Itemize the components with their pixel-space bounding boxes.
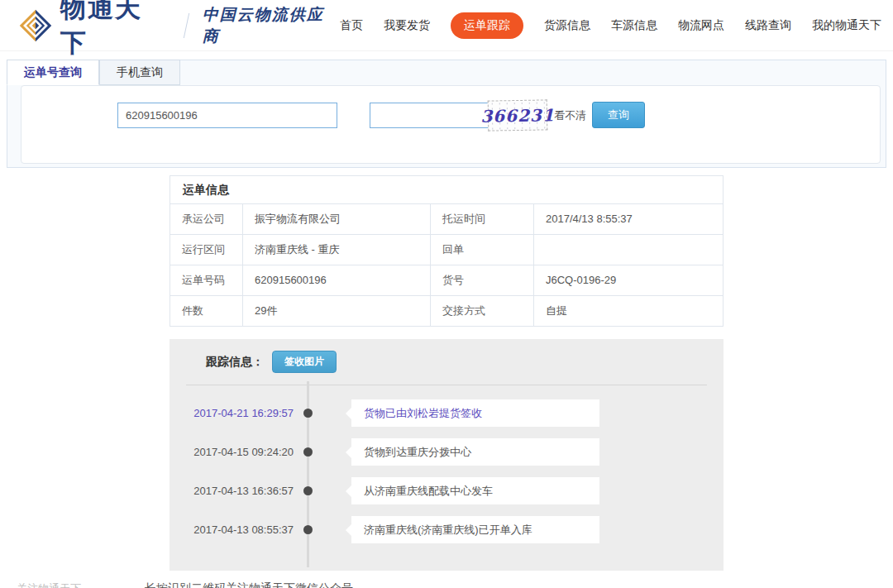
row-label-1: 运单号码 (170, 265, 243, 295)
timeline-event: 2017-04-15 09:24:20 货物到达重庆分拨中心 (170, 433, 723, 471)
row-label-2: 货号 (431, 265, 534, 295)
row-value-2: J6CQ-0196-29 (534, 265, 723, 295)
logo-tagline: 中国云物流供应商 (203, 4, 340, 47)
event-dot-icon (303, 525, 313, 534)
waybill-info-title: 运单信息 (170, 176, 723, 203)
nav-item[interactable]: 车源信息 (611, 12, 657, 39)
event-dot-icon (303, 486, 313, 495)
row-label-1: 件数 (170, 296, 243, 326)
event-message: 济南重庆线(济南重庆线)已开单入库 (364, 523, 532, 538)
timeline-event: 2017-04-13 16:36:57 从济南重庆线配载中心发车 (170, 471, 723, 510)
query-tabs: 运单号查询 手机查询 (7, 60, 886, 85)
row-value-2: 自提 (534, 296, 723, 326)
table-row: 承运公司 振宇物流有限公司 托运时间 2017/4/13 8:55:37 (170, 203, 723, 234)
timeline: 2017-04-21 16:29:57 货物已由刘松岩提货签收 2017-04-… (170, 385, 723, 549)
row-label-1: 承运公司 (170, 204, 243, 234)
event-dot-icon (303, 409, 313, 418)
nav-item[interactable]: 运单跟踪 (451, 12, 523, 39)
event-dot-icon (303, 447, 313, 457)
top-nav: 首页 我要发货 运单跟踪 货源信息 车源信息 物流网点 线路查询 我的物通天下 (340, 12, 881, 39)
timeline-event: 2017-04-13 08:55:37 济南重庆线(济南重庆线)已开单入库 (170, 510, 723, 549)
table-row: 运行区间 济南重庆线 - 重庆 回单 (170, 234, 723, 265)
logo-separator (183, 13, 189, 38)
query-tab[interactable]: 运单号查询 (7, 60, 99, 85)
event-message: 货物到达重庆分拨中心 (364, 445, 471, 460)
logo-diamond-icon (18, 8, 53, 43)
row-value-2: 2017/4/13 8:55:37 (534, 204, 723, 234)
event-card: 济南重庆线(济南重庆线)已开单入库 (351, 516, 599, 543)
timeline-event: 2017-04-21 16:29:57 货物已由刘松岩提货签收 (170, 394, 723, 433)
captcha-refresh-link[interactable]: 看不清 (554, 108, 586, 123)
row-value-1: 29件 (243, 296, 431, 326)
waybill-number-input[interactable] (117, 103, 337, 128)
event-time: 2017-04-13 08:55:37 (170, 523, 294, 536)
row-label-1: 运行区间 (170, 235, 243, 265)
row-label-2: 交接方式 (431, 296, 534, 326)
event-time: 2017-04-13 16:36:57 (170, 485, 294, 497)
nav-item[interactable]: 我要发货 (384, 12, 430, 39)
logo[interactable]: 物通天下 中国云物流供应商 (18, 0, 340, 60)
event-message: 货物已由刘松岩提货签收 (364, 406, 482, 421)
query-tab[interactable]: 手机查询 (99, 60, 180, 85)
event-message: 从济南重庆线配载中心发车 (364, 484, 493, 499)
page-header: 物通天下 中国云物流供应商 首页 我要发货 运单跟踪 货源信息 车源信息 物流网… (0, 0, 893, 51)
row-value-1: 620915600196 (243, 265, 431, 295)
row-label-2: 回单 (431, 235, 534, 265)
tracking-section: 跟踪信息： 签收图片 2017-04-21 16:29:57 货物已由刘松岩提货… (170, 339, 723, 571)
phone-input[interactable] (370, 103, 494, 128)
query-form: 366231 看不清 查询 (21, 85, 881, 164)
event-card: 货物已由刘松岩提货签收 (351, 399, 599, 427)
event-card: 货物到达重庆分拨中心 (351, 438, 599, 466)
row-value-2 (534, 235, 723, 265)
query-panel: 运单号查询 手机查询 366231 看不清 查询 (7, 60, 886, 168)
logo-text: 物通天下 (60, 0, 169, 60)
event-time: 2017-04-21 16:29:57 (170, 407, 294, 419)
tracking-header: 跟踪信息： 签收图片 (170, 339, 723, 385)
nav-item[interactable]: 首页 (340, 12, 363, 39)
search-button[interactable]: 查询 (592, 102, 645, 128)
waybill-info-table: 运单信息 承运公司 振宇物流有限公司 托运时间 2017/4/13 8:55:3… (170, 175, 723, 327)
table-row: 运单号码 620915600196 货号 J6CQ-0196-29 (170, 265, 723, 295)
table-row: 件数 29件 交接方式 自提 (170, 295, 723, 326)
row-label-2: 托运时间 (431, 204, 534, 234)
row-value-1: 振宇物流有限公司 (243, 204, 431, 234)
nav-item[interactable]: 我的物通天下 (812, 12, 881, 39)
event-card: 从济南重庆线配载中心发车 (351, 477, 599, 504)
footer-dark-text: 长按识别二维码关注物通天下微信公众号 (145, 581, 353, 588)
nav-item[interactable]: 物流网点 (678, 12, 724, 39)
receipt-image-button[interactable]: 签收图片 (272, 351, 337, 373)
nav-item[interactable]: 线路查询 (745, 12, 791, 39)
tracking-title: 跟踪信息： (206, 355, 264, 370)
captcha-image[interactable]: 366231 (488, 99, 548, 131)
nav-item[interactable]: 货源信息 (544, 12, 590, 39)
footer-light-text: 关注物通天下 (17, 581, 81, 588)
event-time: 2017-04-15 09:24:20 (170, 446, 294, 458)
footer-clipped-text: 关注物通天下 长按识别二维码关注物通天下微信公众号 (0, 579, 893, 588)
row-value-1: 济南重庆线 - 重庆 (243, 235, 431, 265)
